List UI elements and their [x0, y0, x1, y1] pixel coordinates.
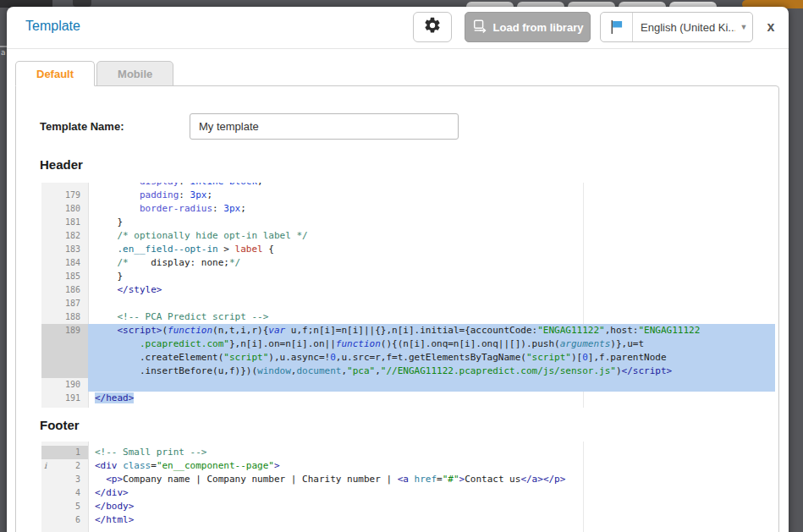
code-line[interactable]: 184 /* display: none;*/: [41, 256, 775, 270]
tab-panel: Template Name: Header display: inline-bl…: [15, 85, 779, 532]
line-number: 5: [41, 500, 88, 513]
line-number: [41, 351, 88, 365]
header-section-title: Header: [40, 157, 83, 172]
code-text: }: [88, 270, 775, 283]
load-from-library-label: Load from library: [493, 21, 584, 34]
code-text: </body>: [88, 500, 775, 513]
line-number: [41, 365, 88, 378]
code-text: .en__field--opt-in > label {: [88, 243, 775, 256]
language-value: English (United Ki...: [633, 13, 735, 41]
code-text: /* optionally hide opt-in label */: [88, 229, 775, 243]
settings-button[interactable]: [413, 12, 452, 42]
line-number: 6: [41, 513, 88, 527]
language-select[interactable]: English (United Ki... ▼: [600, 12, 753, 42]
code-text: }: [88, 216, 775, 229]
load-from-library-button[interactable]: Load from library: [465, 12, 591, 42]
code-line[interactable]: 183 .en__field--opt-in > label {: [41, 243, 775, 256]
line-number: 188: [41, 310, 88, 324]
dialog-title: Template: [25, 19, 80, 34]
code-line[interactable]: 1<!-- Small print -->: [41, 446, 775, 459]
code-text: </html>: [88, 513, 775, 527]
close-button[interactable]: x: [762, 18, 780, 36]
line-number: 185: [41, 270, 88, 283]
line-number: 4: [41, 486, 88, 500]
line-number: 3: [41, 473, 88, 486]
code-line[interactable]: 6</html>: [41, 513, 775, 527]
template-name-input[interactable]: [190, 113, 459, 140]
code-text: <p>Company name | Company number | Chari…: [88, 473, 775, 486]
code-line[interactable]: 185 }: [41, 270, 775, 283]
footer-section-title: Footer: [40, 418, 80, 432]
background-remnant: [0, 46, 7, 47]
code-line[interactable]: 186 </style>: [41, 283, 775, 297]
tab-default[interactable]: Default: [15, 61, 95, 86]
code-text: border-radius: 3px;: [88, 202, 775, 216]
code-line[interactable]: 191</head>: [41, 392, 775, 405]
line-number: 189: [41, 324, 88, 337]
line-number: 187: [41, 297, 88, 310]
flag-icon: [601, 13, 633, 41]
code-text: <script>(function(n,t,i,r){var u,f;n[i]=…: [88, 324, 775, 337]
code-text: /* display: none;*/: [88, 256, 775, 270]
tab-bar: Default Mobile: [15, 61, 175, 86]
code-text: padding: 3px;: [88, 189, 775, 202]
code-text: </head>: [88, 392, 775, 405]
line-number: 181: [41, 216, 88, 229]
code-text: [88, 297, 775, 310]
line-number: 183: [41, 243, 88, 256]
line-number: [41, 183, 88, 189]
footer-code-editor[interactable]: 1<!-- Small print -->i2<div class="en__c…: [41, 442, 775, 532]
line-number: 190: [41, 378, 88, 392]
code-line[interactable]: 5</body>: [41, 500, 775, 513]
template-dialog: Template Load from library: [7, 7, 789, 532]
tab-mobile[interactable]: Mobile: [96, 61, 173, 86]
gear-icon: [423, 16, 442, 38]
code-text: <!-- PCA Predict script -->: [88, 310, 775, 324]
line-number: i2: [41, 459, 88, 473]
code-text: .createElement("script"),u.async=!0,u.sr…: [88, 351, 775, 365]
code-text: </style>: [88, 283, 775, 297]
template-name-row: Template Name:: [40, 113, 459, 140]
line-number: 179: [41, 189, 88, 202]
dialog-header: Template Load from library: [7, 7, 789, 49]
code-line[interactable]: 180 border-radius: 3px;: [41, 202, 775, 216]
line-number: 182: [41, 229, 88, 243]
code-line[interactable]: 189 <script>(function(n,t,i,r){var u,f;n…: [41, 324, 775, 337]
template-name-label: Template Name:: [40, 120, 190, 133]
chevron-down-icon: ▼: [735, 13, 752, 41]
code-line[interactable]: 187: [41, 297, 775, 310]
code-line[interactable]: 3 <p>Company name | Company number | Cha…: [41, 473, 775, 486]
line-number: 191: [41, 392, 88, 405]
code-line[interactable]: 181 }: [41, 216, 775, 229]
code-line[interactable]: .createElement("script"),u.async=!0,u.sr…: [41, 351, 775, 365]
code-line[interactable]: 188 <!-- PCA Predict script -->: [41, 310, 775, 324]
code-line[interactable]: i2<div class="en__component--page">: [41, 459, 775, 473]
library-icon: [472, 19, 487, 36]
header-code-editor[interactable]: display: inline-block;179 padding: 3px;1…: [41, 183, 775, 408]
code-text: [88, 378, 775, 392]
code-text: .pcapredict.com"},n[i].on=n[i].on||funct…: [88, 337, 775, 351]
line-number: 180: [41, 202, 88, 216]
code-line[interactable]: .pcapredict.com"},n[i].on=n[i].on||funct…: [41, 337, 775, 351]
code-line[interactable]: 182 /* optionally hide opt-in label */: [41, 229, 775, 243]
code-text: .insertBefore(u,f)})(window,document,"pc…: [88, 365, 775, 378]
line-number: 186: [41, 283, 88, 297]
code-line[interactable]: 4</div>: [41, 486, 775, 500]
background-remnant: [73, 0, 91, 7]
line-number: [41, 337, 88, 351]
code-line[interactable]: display: inline-block;: [41, 183, 775, 189]
code-text: <!-- Small print -->: [88, 446, 775, 459]
code-line[interactable]: 179 padding: 3px;: [41, 189, 775, 202]
line-number: 1: [41, 446, 88, 459]
code-text: <div class="en__component--page">: [88, 459, 775, 473]
code-line[interactable]: .insertBefore(u,f)})(window,document,"pc…: [41, 365, 775, 378]
background-remnant: a: [1, 48, 6, 57]
code-line[interactable]: 190: [41, 378, 775, 392]
line-number: 184: [41, 256, 88, 270]
code-text: display: inline-block;: [88, 183, 775, 189]
code-text: </div>: [88, 486, 775, 500]
